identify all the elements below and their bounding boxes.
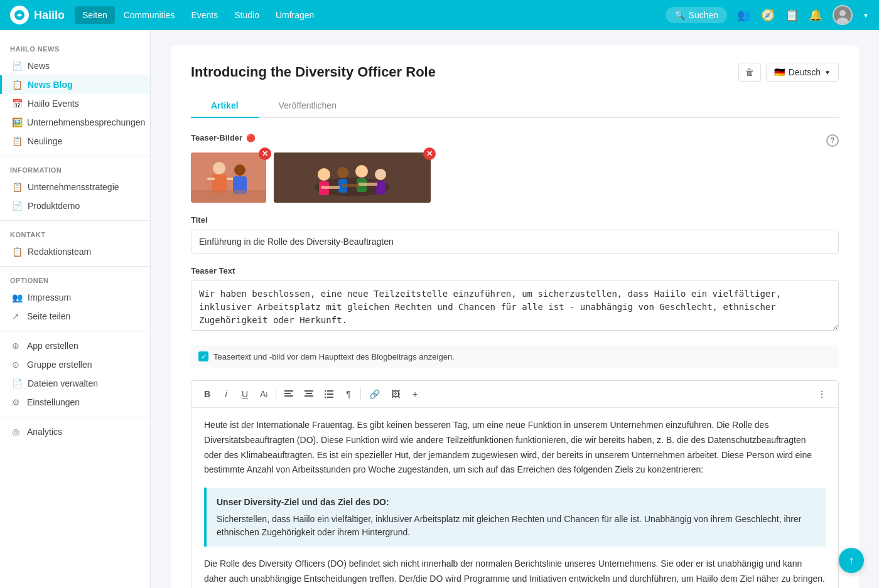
produktdemo-icon: 📄 <box>12 201 23 211</box>
tab-veroffentlichen[interactable]: Veröffentlichen <box>259 94 357 118</box>
remove-image-1-button[interactable]: ✕ <box>259 147 271 160</box>
nav-seiten[interactable]: Seiten <box>75 6 115 24</box>
sidebar-section-optionen: OPTIONEN 👥 Impressum ↗ Seite teilen <box>0 272 150 331</box>
editor-container: B i U Ai ¶ 🔗 <box>191 380 839 588</box>
avatar-chevron[interactable]: ▼ <box>863 12 869 19</box>
teaser-images-label: Teaser-Bilder 🔴 <box>191 133 256 142</box>
nav-events[interactable]: Events <box>183 6 225 24</box>
toolbar-fontsize-button[interactable]: Ai <box>256 386 272 402</box>
svg-rect-33 <box>327 393 333 395</box>
sidebar-item-produktdemo[interactable]: 📄 Produktdemo <box>0 196 150 215</box>
svg-rect-31 <box>327 390 333 392</box>
svg-rect-27 <box>305 390 313 392</box>
toolbar-underline-button[interactable]: U <box>237 386 253 402</box>
teaser-text-input[interactable]: Wir haben beschlossen, eine neue Teilzei… <box>191 281 839 331</box>
sidebar-item-news-label: News <box>28 61 50 71</box>
sidebar-item-unternehmen-label: Unternehmensbesprechungen <box>27 117 145 127</box>
content-card: Introducing the Diversity Officer Role 🗑… <box>171 45 859 588</box>
bell-icon[interactable]: 🔔 <box>809 8 822 22</box>
sidebar-item-neulinge[interactable]: 📋 Neulinge <box>0 132 150 151</box>
top-nav-links: Seiten Communities Events Studio Umfrage… <box>75 6 321 24</box>
svg-point-15 <box>337 167 348 178</box>
sidebar-item-seite-teilen[interactable]: ↗ Seite teilen <box>0 307 150 326</box>
app-logo[interactable]: Haiilo <box>10 6 65 24</box>
sidebar-item-redaktion[interactable]: 📋 Redaktionsteam <box>0 242 150 261</box>
editor-paragraph-2: Die Rolle des Diversity Officers (DO) be… <box>204 557 826 588</box>
language-label: Deutsch <box>789 67 821 77</box>
scroll-top-button[interactable]: ↑ <box>839 548 864 573</box>
people-icon[interactable]: 👥 <box>737 8 751 22</box>
checkmark-icon: ✓ <box>201 353 207 361</box>
toolbar-align-left-button[interactable] <box>280 386 298 402</box>
sidebar-item-unternehmensstrategie[interactable]: 📋 Unternehmensstrategie <box>0 178 150 196</box>
sidebar-item-news[interactable]: 📄 News <box>0 56 150 75</box>
teaser-images-section: Teaser-Bilder 🔴 ? <box>191 133 839 203</box>
remove-image-2-button[interactable]: ✕ <box>423 147 436 160</box>
nav-communities[interactable]: Communities <box>116 6 183 24</box>
sidebar-item-neulinge-label: Neulinge <box>28 136 62 146</box>
navigation-icon[interactable]: 🧭 <box>761 8 775 22</box>
tab-artikel[interactable]: Artikel <box>191 94 259 118</box>
svg-rect-10 <box>191 190 266 203</box>
toolbar-align-center-button[interactable] <box>300 386 318 402</box>
language-chevron: ▼ <box>824 69 831 76</box>
search-label: Suchen <box>689 10 718 20</box>
sidebar-item-einstellungen[interactable]: ⚙ Einstellungen <box>0 393 150 412</box>
toolbar-link-button[interactable]: 🔗 <box>365 386 384 402</box>
einstellungen-icon: ⚙ <box>12 397 22 407</box>
sidebar-item-analytics[interactable]: ◎ Analytics <box>0 422 150 441</box>
sidebar-item-news-blog[interactable]: 📋 News Blog <box>0 75 150 94</box>
sidebar-item-produktdemo-label: Produktdemo <box>28 201 80 211</box>
flag-icon: 🇩🇪 <box>774 67 785 77</box>
sidebar-item-seite-teilen-label: Seite teilen <box>27 311 70 321</box>
top-navigation: Haiilo Seiten Communities Events Studio … <box>0 0 879 30</box>
sidebar: HAIILO NEWS 📄 News 📋 News Blog 📅 Haiilo … <box>0 30 151 588</box>
delete-button[interactable]: 🗑 <box>738 63 761 82</box>
title-input[interactable] <box>191 230 839 254</box>
sidebar-item-haiilo-events[interactable]: 📅 Haiilo Events <box>0 94 150 113</box>
language-selector[interactable]: 🇩🇪 Deutsch ▼ <box>766 63 839 82</box>
toolbar-italic-button[interactable]: i <box>218 386 234 402</box>
strategie-icon: 📋 <box>12 182 23 192</box>
teaser-image-1-svg <box>191 152 266 203</box>
toolbar-paragraph-button[interactable]: ¶ <box>340 386 357 402</box>
sidebar-item-gruppe-erstellen[interactable]: ⊙ Gruppe erstellen <box>0 355 150 374</box>
sidebar-item-strategie-label: Unternehmensstrategie <box>28 182 119 192</box>
toolbar-list-button[interactable] <box>320 386 338 402</box>
toolbar-image-button[interactable]: 🖼 <box>387 386 404 402</box>
sidebar-item-app-erstellen[interactable]: ⊕ App erstellen <box>0 336 150 355</box>
nav-umfragen[interactable]: Umfragen <box>268 6 321 24</box>
sidebar-section-title-optionen: OPTIONEN <box>0 272 150 288</box>
content-tabs: Artikel Veröffentlichen <box>191 94 839 118</box>
checkbox-label: Teasertext und -bild vor dem Haupttext d… <box>213 352 455 361</box>
nav-studio[interactable]: Studio <box>227 6 267 24</box>
sidebar-item-impressum[interactable]: 👥 Impressum <box>0 288 150 307</box>
help-icon[interactable]: ? <box>826 134 839 147</box>
toolbar-separator-2 <box>360 388 361 400</box>
editor-body[interactable]: Heute ist der Internationale Frauentag. … <box>191 408 838 588</box>
title-group: Titel <box>191 215 839 254</box>
user-avatar[interactable] <box>833 5 853 25</box>
search-box[interactable]: 🔍 Suchen <box>666 7 727 23</box>
svg-rect-34 <box>325 397 326 398</box>
news-icon: 📄 <box>12 61 23 71</box>
page-title: Introducing the Diversity Officer Role <box>191 64 436 80</box>
sidebar-item-unternehmen[interactable]: 🖼️ Unternehmensbesprechungen <box>0 113 150 132</box>
toolbar-bold-button[interactable]: B <box>199 386 215 402</box>
sidebar-item-einstellungen-label: Einstellungen <box>27 397 80 407</box>
unternehmen-icon: 🖼️ <box>12 117 22 127</box>
toolbar-overflow-button[interactable]: ⋮ <box>813 386 831 402</box>
toolbar-more-button[interactable]: + <box>407 386 423 402</box>
sidebar-item-news-blog-label: News Blog <box>28 80 73 90</box>
redaktion-icon: 📋 <box>12 247 23 257</box>
sidebar-item-dateien[interactable]: 📄 Dateien verwalten <box>0 374 150 393</box>
svg-rect-32 <box>325 393 326 395</box>
teaser-images-label-text: Teaser-Bilder <box>191 133 242 142</box>
svg-rect-28 <box>306 393 312 394</box>
card-header: Introducing the Diversity Officer Role 🗑… <box>191 63 839 82</box>
svg-point-1 <box>839 10 846 16</box>
svg-rect-6 <box>207 178 215 180</box>
clipboard-icon[interactable]: 📋 <box>785 8 799 22</box>
teaser-checkbox[interactable]: ✓ <box>198 351 208 361</box>
editor-toolbar: B i U Ai ¶ 🔗 <box>191 381 838 408</box>
